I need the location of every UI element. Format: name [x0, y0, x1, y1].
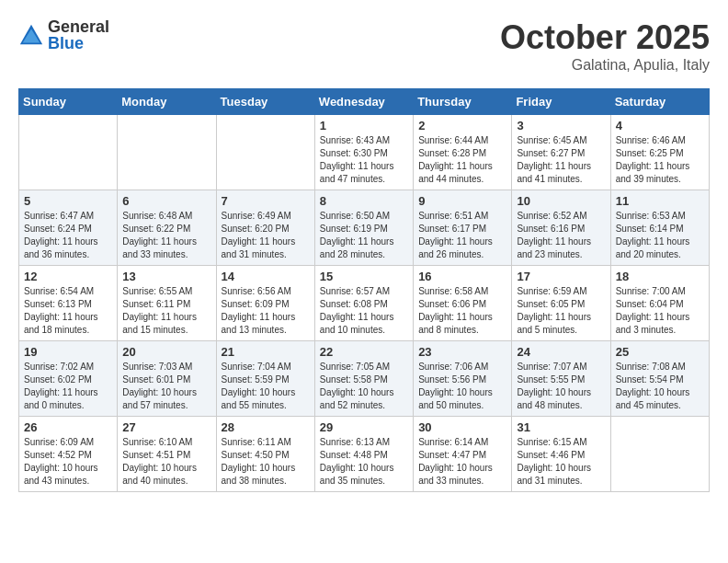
logo-icon: [18, 22, 44, 48]
calendar-cell: 23Sunrise: 7:06 AM Sunset: 5:56 PM Dayli…: [414, 341, 512, 417]
title-block: October 2025 Galatina, Apulia, Italy: [500, 18, 710, 74]
day-info: Sunrise: 6:53 AM Sunset: 6:14 PM Dayligh…: [616, 210, 704, 261]
calendar-cell: 20Sunrise: 7:03 AM Sunset: 6:01 PM Dayli…: [118, 341, 216, 417]
calendar-cell: 6Sunrise: 6:48 AM Sunset: 6:22 PM Daylig…: [118, 190, 216, 266]
logo: General Blue: [18, 18, 109, 52]
day-number: 21: [222, 345, 310, 359]
calendar-cell: 12Sunrise: 6:54 AM Sunset: 6:13 PM Dayli…: [19, 266, 118, 341]
day-info: Sunrise: 7:04 AM Sunset: 5:59 PM Dayligh…: [222, 361, 310, 412]
day-number: 12: [24, 270, 112, 283]
calendar-cell: 27Sunrise: 6:10 AM Sunset: 4:51 PM Dayli…: [118, 417, 216, 492]
calendar-cell: 5Sunrise: 6:47 AM Sunset: 6:24 PM Daylig…: [19, 190, 118, 266]
day-info: Sunrise: 6:51 AM Sunset: 6:17 PM Dayligh…: [418, 210, 506, 261]
day-info: Sunrise: 6:13 AM Sunset: 4:48 PM Dayligh…: [320, 436, 408, 488]
day-info: Sunrise: 6:52 AM Sunset: 6:16 PM Dayligh…: [517, 210, 605, 261]
day-number: 8: [320, 194, 408, 208]
day-info: Sunrise: 6:55 AM Sunset: 6:11 PM Dayligh…: [122, 285, 210, 337]
day-number: 29: [320, 420, 408, 434]
day-header-friday: Friday: [512, 89, 610, 115]
calendar-cell: 11Sunrise: 6:53 AM Sunset: 6:14 PM Dayli…: [610, 190, 709, 266]
day-header-monday: Monday: [118, 89, 216, 115]
day-number: 6: [122, 194, 210, 208]
calendar-cell: 29Sunrise: 6:13 AM Sunset: 4:48 PM Dayli…: [314, 417, 413, 492]
day-info: Sunrise: 6:10 AM Sunset: 4:51 PM Dayligh…: [122, 436, 210, 488]
day-number: 30: [418, 420, 506, 434]
day-info: Sunrise: 7:05 AM Sunset: 5:58 PM Dayligh…: [320, 361, 408, 412]
calendar-week-row: 19Sunrise: 7:02 AM Sunset: 6:02 PM Dayli…: [19, 341, 710, 417]
calendar-cell: [19, 115, 118, 190]
day-header-sunday: Sunday: [19, 89, 118, 115]
calendar-cell: 19Sunrise: 7:02 AM Sunset: 6:02 PM Dayli…: [19, 341, 118, 417]
day-info: Sunrise: 6:50 AM Sunset: 6:19 PM Dayligh…: [320, 210, 408, 261]
calendar-cell: 14Sunrise: 6:56 AM Sunset: 6:09 PM Dayli…: [216, 266, 314, 341]
calendar-cell: 7Sunrise: 6:49 AM Sunset: 6:20 PM Daylig…: [216, 190, 314, 266]
calendar-cell: 22Sunrise: 7:05 AM Sunset: 5:58 PM Dayli…: [314, 341, 413, 417]
day-info: Sunrise: 7:08 AM Sunset: 5:54 PM Dayligh…: [616, 361, 704, 412]
day-header-tuesday: Tuesday: [216, 89, 314, 115]
day-number: 26: [24, 420, 112, 434]
day-number: 15: [320, 270, 408, 283]
calendar-cell: 13Sunrise: 6:55 AM Sunset: 6:11 PM Dayli…: [118, 266, 216, 341]
day-number: 10: [517, 194, 605, 208]
calendar-week-row: 5Sunrise: 6:47 AM Sunset: 6:24 PM Daylig…: [19, 190, 710, 266]
day-number: 13: [122, 270, 210, 283]
calendar-cell: 3Sunrise: 6:45 AM Sunset: 6:27 PM Daylig…: [512, 115, 610, 190]
page-header: General Blue October 2025 Galatina, Apul…: [18, 18, 710, 74]
calendar-week-row: 1Sunrise: 6:43 AM Sunset: 6:30 PM Daylig…: [19, 115, 710, 190]
calendar-cell: 21Sunrise: 7:04 AM Sunset: 5:59 PM Dayli…: [216, 341, 314, 417]
day-info: Sunrise: 6:11 AM Sunset: 4:50 PM Dayligh…: [222, 436, 310, 488]
day-number: 25: [616, 345, 704, 359]
day-number: 9: [418, 194, 506, 208]
calendar-week-row: 12Sunrise: 6:54 AM Sunset: 6:13 PM Dayli…: [19, 266, 710, 341]
calendar-cell: 15Sunrise: 6:57 AM Sunset: 6:08 PM Dayli…: [314, 266, 413, 341]
day-info: Sunrise: 6:44 AM Sunset: 6:28 PM Dayligh…: [418, 134, 506, 186]
day-number: 4: [616, 119, 704, 132]
day-number: 28: [222, 420, 310, 434]
day-number: 18: [616, 270, 704, 283]
calendar-cell: 16Sunrise: 6:58 AM Sunset: 6:06 PM Dayli…: [414, 266, 512, 341]
day-number: 1: [320, 119, 408, 132]
calendar-cell: [610, 417, 709, 492]
calendar-cell: 2Sunrise: 6:44 AM Sunset: 6:28 PM Daylig…: [414, 115, 512, 190]
logo-general-text: General: [48, 18, 109, 35]
calendar-cell: 10Sunrise: 6:52 AM Sunset: 6:16 PM Dayli…: [512, 190, 610, 266]
day-info: Sunrise: 6:43 AM Sunset: 6:30 PM Dayligh…: [320, 134, 408, 186]
calendar-cell: 24Sunrise: 7:07 AM Sunset: 5:55 PM Dayli…: [512, 341, 610, 417]
calendar-cell: 25Sunrise: 7:08 AM Sunset: 5:54 PM Dayli…: [610, 341, 709, 417]
calendar-cell: 17Sunrise: 6:59 AM Sunset: 6:05 PM Dayli…: [512, 266, 610, 341]
day-header-thursday: Thursday: [414, 89, 512, 115]
day-info: Sunrise: 7:03 AM Sunset: 6:01 PM Dayligh…: [122, 361, 210, 412]
day-info: Sunrise: 6:45 AM Sunset: 6:27 PM Dayligh…: [517, 134, 605, 186]
day-info: Sunrise: 6:59 AM Sunset: 6:05 PM Dayligh…: [517, 285, 605, 337]
day-info: Sunrise: 6:54 AM Sunset: 6:13 PM Dayligh…: [24, 285, 112, 337]
day-number: 22: [320, 345, 408, 359]
day-info: Sunrise: 6:48 AM Sunset: 6:22 PM Dayligh…: [122, 210, 210, 261]
day-number: 7: [222, 194, 310, 208]
calendar-cell: 18Sunrise: 7:00 AM Sunset: 6:04 PM Dayli…: [610, 266, 709, 341]
day-header-wednesday: Wednesday: [314, 89, 413, 115]
day-number: 27: [122, 420, 210, 434]
day-number: 19: [24, 345, 112, 359]
day-number: 14: [222, 270, 310, 283]
day-info: Sunrise: 6:47 AM Sunset: 6:24 PM Dayligh…: [24, 210, 112, 261]
calendar-cell: 28Sunrise: 6:11 AM Sunset: 4:50 PM Dayli…: [216, 417, 314, 492]
day-number: 2: [418, 119, 506, 132]
calendar-cell: 31Sunrise: 6:15 AM Sunset: 4:46 PM Dayli…: [512, 417, 610, 492]
day-info: Sunrise: 7:06 AM Sunset: 5:56 PM Dayligh…: [418, 361, 506, 412]
month-title: October 2025: [500, 18, 710, 57]
day-info: Sunrise: 6:14 AM Sunset: 4:47 PM Dayligh…: [418, 436, 506, 488]
day-info: Sunrise: 6:09 AM Sunset: 4:52 PM Dayligh…: [24, 436, 112, 488]
location-subtitle: Galatina, Apulia, Italy: [500, 57, 710, 74]
calendar-cell: 30Sunrise: 6:14 AM Sunset: 4:47 PM Dayli…: [414, 417, 512, 492]
calendar-cell: [118, 115, 216, 190]
day-info: Sunrise: 7:07 AM Sunset: 5:55 PM Dayligh…: [517, 361, 605, 412]
day-info: Sunrise: 6:49 AM Sunset: 6:20 PM Dayligh…: [222, 210, 310, 261]
day-number: 20: [122, 345, 210, 359]
calendar-header-row: SundayMondayTuesdayWednesdayThursdayFrid…: [19, 89, 710, 115]
day-info: Sunrise: 6:46 AM Sunset: 6:25 PM Dayligh…: [616, 134, 704, 186]
calendar-cell: [216, 115, 314, 190]
day-info: Sunrise: 6:56 AM Sunset: 6:09 PM Dayligh…: [222, 285, 310, 337]
day-number: 23: [418, 345, 506, 359]
day-number: 17: [517, 270, 605, 283]
calendar-cell: 4Sunrise: 6:46 AM Sunset: 6:25 PM Daylig…: [610, 115, 709, 190]
